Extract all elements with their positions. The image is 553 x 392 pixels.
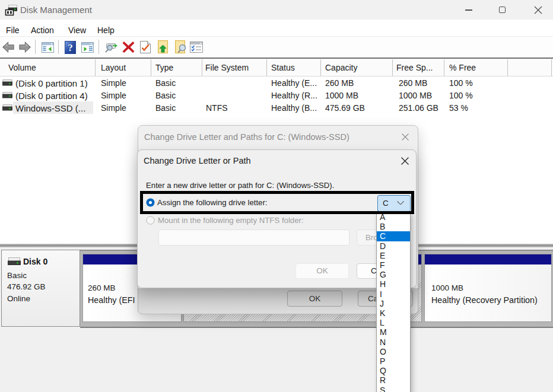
svg-text:?: ? (68, 42, 73, 53)
